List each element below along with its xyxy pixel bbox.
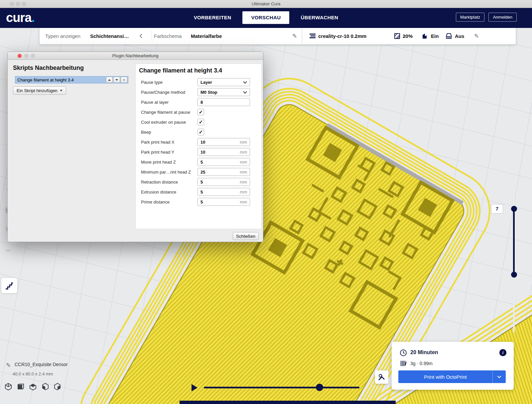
- tab-monitor[interactable]: ÜBERWACHEN: [292, 11, 347, 24]
- wrench-icon: [378, 373, 386, 381]
- marketplace-button[interactable]: Marktplatz: [456, 13, 484, 22]
- dialog-close-button[interactable]: [18, 54, 22, 58]
- play-button[interactable]: [192, 384, 198, 391]
- edit-color-scheme-icon[interactable]: ✎: [292, 28, 297, 44]
- print-with-octoprint-button[interactable]: Print with OctoPrint: [398, 370, 506, 383]
- support-value[interactable]: Ein: [431, 28, 439, 44]
- down-arrow-icon: [115, 79, 118, 81]
- support-icon: [422, 28, 427, 44]
- print-options-chevron[interactable]: [492, 370, 506, 383]
- dialog-titlebar[interactable]: Plugin Nachbearbeitung: [8, 52, 263, 60]
- adjust-settings-button[interactable]: [375, 370, 388, 384]
- dialog-zoom-button[interactable]: [31, 54, 35, 58]
- view-front-icon[interactable]: [16, 382, 25, 391]
- window-minimize-button[interactable]: [16, 2, 20, 6]
- add-script-button[interactable]: Ein Skript hinzufügen: [13, 86, 66, 95]
- layer-slider-lower-handle[interactable]: [511, 272, 517, 278]
- dialog-title: Plugin Nachbearbeitung: [112, 53, 159, 58]
- view-type-label: Typen anzeigen: [45, 28, 80, 44]
- field-label: Cool extruder on pause: [136, 120, 198, 125]
- current-layer-badge: 7: [491, 204, 503, 213]
- color-scheme-dropdown[interactable]: Materialfarbe: [191, 28, 222, 44]
- tab-prepare[interactable]: VORBEREITEN: [185, 11, 240, 24]
- stage-tabbar: VORBEREITEN VORSCHAU ÜBERWACHEN: [0, 11, 532, 24]
- add-script-label: Ein Skript hinzufügen: [17, 88, 58, 93]
- model-dimensions: 40.0 x 80.0 x 2.4 mm: [13, 371, 53, 376]
- adhesion-value[interactable]: Aus: [455, 28, 464, 44]
- extrusion-distance-input[interactable]: mm: [198, 188, 250, 196]
- printer-profile-icon: [310, 28, 316, 44]
- unit-label: mm: [240, 150, 247, 155]
- unit-label: mm: [240, 170, 247, 175]
- field-label: Park print head Y: [136, 150, 198, 155]
- view-3d-icon[interactable]: [4, 382, 13, 391]
- window-close-button[interactable]: [10, 2, 14, 6]
- dropdown-arrow-icon: [60, 90, 63, 91]
- cool-extruder-checkbox[interactable]: ✓: [198, 119, 204, 125]
- view-top-icon[interactable]: [29, 382, 37, 391]
- move-script-up-button[interactable]: [106, 77, 113, 83]
- infill-icon: [394, 28, 400, 44]
- info-icon[interactable]: i: [499, 349, 506, 356]
- window-title: Ultimaker Cura: [252, 1, 281, 6]
- post-processing-tile[interactable]: [1, 278, 17, 293]
- model-name: CCR10_Exquisite Densor: [15, 362, 68, 367]
- print-button-label: Print with OctoPrint: [398, 374, 492, 380]
- window-zoom-button[interactable]: [22, 2, 26, 6]
- infill-value[interactable]: 20%: [403, 28, 413, 44]
- playback-handle[interactable]: [316, 384, 323, 391]
- chevron-down-icon: [243, 79, 247, 85]
- unit-label: mm: [240, 160, 247, 165]
- pause-method-select[interactable]: M0 Stop: [198, 88, 250, 96]
- field-label: Minimum par…rint head Z: [136, 170, 198, 175]
- main-header: cura. VORBEREITEN VORSCHAU ÜBERWACHEN Ma…: [0, 8, 532, 28]
- mirror-tool-icon[interactable]: ⇔: [2, 243, 15, 256]
- edit-print-settings-icon[interactable]: ✎: [474, 28, 479, 44]
- tab-preview[interactable]: VORSCHAU: [242, 11, 289, 24]
- signin-button[interactable]: Anmelden: [488, 13, 517, 22]
- print-time: 20 Minuten: [410, 349, 438, 355]
- material-usage: 3g · 0.99m: [410, 361, 433, 366]
- script-list-item[interactable]: Change filament at height 3.4 ×: [15, 76, 128, 83]
- preview-toolbar: Typen anzeigen Schichtenansi… Farbschema…: [39, 28, 516, 45]
- move-head-z-input[interactable]: mm: [198, 158, 250, 166]
- playback-track[interactable]: [204, 387, 359, 388]
- view-type-dropdown[interactable]: Schichtenansi…: [90, 28, 129, 44]
- dialog-minimize-button[interactable]: [24, 54, 28, 58]
- layers-staircase-icon: [5, 282, 14, 290]
- print-job-card: 20 Minuten i 3g · 0.99m Print with OctoP…: [392, 342, 514, 390]
- script-settings-panel: Change filament at height 3.4 Pause type…: [135, 64, 262, 229]
- os-titlebar: Ultimaker Cura: [0, 0, 532, 8]
- park-head-y-input[interactable]: mm: [198, 148, 250, 156]
- pause-at-layer-input[interactable]: [198, 98, 250, 106]
- field-label: Extrusion distance: [136, 190, 198, 195]
- retraction-distance-input[interactable]: mm: [198, 178, 250, 186]
- adhesion-icon: [446, 28, 452, 44]
- change-filament-checkbox[interactable]: ✓: [198, 109, 204, 115]
- layer-slider-upper-handle[interactable]: [511, 206, 517, 212]
- app-window: + ▣ ↻ ⇔ Ultimaker Cura cura. VORBEREITEN…: [0, 0, 532, 404]
- move-script-down-button[interactable]: [113, 77, 120, 83]
- remove-script-button[interactable]: ×: [121, 77, 127, 83]
- prime-distance-input[interactable]: mm: [198, 198, 250, 206]
- layer-slider-range[interactable]: [513, 209, 515, 275]
- script-name: Change filament at height 3.4: [15, 77, 106, 82]
- field-label: Pause/Change method: [136, 90, 198, 95]
- chevron-down-icon: [243, 89, 247, 95]
- unit-label: mm: [240, 140, 247, 145]
- field-label: Pause type: [136, 80, 198, 85]
- up-arrow-icon: [108, 79, 111, 81]
- minimum-park-head-z-input[interactable]: mm: [198, 168, 250, 176]
- printer-profile[interactable]: creality-cr-10 0.2mm: [318, 28, 366, 44]
- beep-checkbox[interactable]: ✓: [198, 129, 204, 135]
- view-right-icon[interactable]: [53, 382, 62, 391]
- collapse-chevron-icon[interactable]: [139, 28, 142, 44]
- pause-type-select[interactable]: Layer: [198, 78, 250, 86]
- edit-model-name-icon[interactable]: ✎: [6, 362, 11, 369]
- field-label: Park print head X: [136, 140, 198, 145]
- close-dialog-button[interactable]: Schließen: [233, 232, 259, 240]
- park-head-x-input[interactable]: mm: [198, 138, 250, 146]
- simulation-progress-bar[interactable]: [180, 401, 396, 404]
- view-left-icon[interactable]: [41, 382, 50, 391]
- field-label: Prime distance: [136, 200, 198, 204]
